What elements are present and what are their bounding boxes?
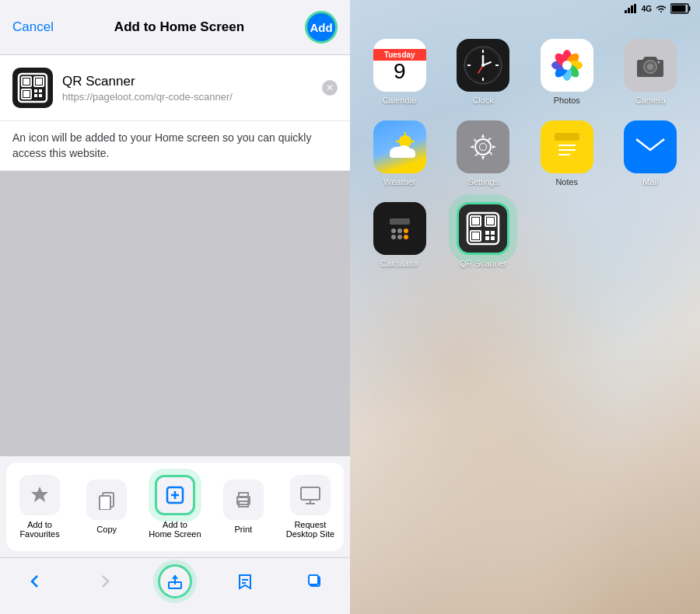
add-home-label: Add toHome Screen: [149, 520, 201, 539]
qr-scanner-app-label: QR Scanner: [460, 259, 507, 268]
network-label: 4G: [642, 5, 652, 13]
qr-scanner-logo-icon: [17, 72, 48, 103]
svg-point-84: [404, 235, 408, 239]
svg-point-70: [480, 144, 486, 150]
desktop-site-icon: [290, 475, 331, 515]
print-icon: [223, 480, 264, 520]
svg-point-59: [658, 61, 660, 64]
favourites-icon: [19, 475, 60, 515]
svg-marker-11: [31, 487, 48, 502]
camera-app-label: Camera: [635, 96, 666, 105]
calculator-icon: [373, 202, 426, 255]
copy-icon: [86, 480, 127, 520]
app-icon-qr: [12, 68, 53, 108]
svg-rect-32: [631, 5, 633, 13]
svg-rect-7: [34, 89, 37, 92]
calculator-app[interactable]: Calculator: [366, 202, 434, 268]
share-actions-row: Add toFavourites Copy: [6, 462, 344, 551]
svg-rect-89: [487, 218, 494, 225]
share-actions-sheet: Add toFavourites Copy: [0, 456, 350, 614]
settings-app-label: Settings: [467, 177, 499, 187]
share-sheet-title: Add to Home Screen: [114, 19, 244, 35]
svg-rect-6: [23, 91, 30, 97]
camera-app[interactable]: Camera: [617, 39, 685, 105]
cancel-button[interactable]: Cancel: [12, 19, 54, 35]
favourites-label: Add toFavourites: [19, 520, 59, 539]
svg-rect-2: [23, 78, 30, 85]
svg-rect-72: [555, 133, 579, 141]
weather-icon: [373, 120, 426, 173]
svg-rect-93: [491, 231, 495, 235]
svg-rect-21: [301, 487, 320, 500]
svg-point-80: [397, 229, 402, 233]
svg-point-79: [391, 229, 396, 233]
safari-toolbar: [0, 557, 350, 614]
svg-point-82: [391, 235, 396, 239]
clock-icon: [457, 39, 509, 92]
svg-rect-92: [485, 231, 489, 235]
calendar-app[interactable]: Tuesday 9 Calendar: [366, 39, 434, 105]
svg-rect-18: [239, 493, 248, 497]
svg-rect-95: [491, 236, 495, 240]
app-url: https://pageloot.com/qr-code-scanner/: [62, 91, 313, 103]
calendar-app-label: Calendar: [382, 96, 417, 105]
svg-rect-68: [390, 152, 415, 158]
notes-icon: [541, 120, 593, 173]
wifi-icon: [655, 4, 667, 13]
svg-point-83: [397, 235, 402, 239]
calendar-icon: Tuesday 9: [373, 39, 426, 92]
qr-scanner-app[interactable]: QR Scanner: [450, 202, 518, 268]
share-icon: [166, 573, 184, 590]
weather-app-label: Weather: [383, 177, 415, 187]
app-description: An icon will be added to your Home scree…: [0, 121, 350, 171]
share-sheet-header: Cancel Add to Home Screen Add: [0, 0, 350, 55]
photos-icon: [541, 39, 593, 92]
svg-rect-9: [34, 94, 37, 97]
copy-label: Copy: [96, 525, 117, 534]
mail-icon: [624, 120, 677, 173]
status-bar: 4G: [350, 0, 700, 17]
svg-rect-87: [472, 218, 479, 225]
desktop-site-label: RequestDesktop Site: [286, 520, 334, 539]
print-label: Print: [234, 525, 252, 534]
close-button[interactable]: ✕: [322, 80, 338, 96]
bookmarks-button[interactable]: [228, 564, 262, 598]
print-action[interactable]: Print: [212, 467, 275, 546]
svg-point-81: [404, 229, 408, 233]
settings-icon: [457, 120, 509, 173]
svg-rect-0: [19, 74, 47, 102]
add-home-screen-icon: [155, 475, 195, 515]
clock-app[interactable]: Clock: [450, 39, 518, 105]
share-button[interactable]: [158, 564, 192, 598]
mail-app[interactable]: Mail: [617, 120, 685, 187]
app-info-text: QR Scanner https://pageloot.com/qr-code-…: [62, 74, 313, 103]
copy-action[interactable]: Copy: [75, 467, 138, 546]
forward-button[interactable]: [88, 564, 122, 598]
mail-app-label: Mail: [642, 177, 658, 187]
clock-app-label: Clock: [472, 96, 494, 105]
photos-app[interactable]: Photos: [533, 39, 601, 105]
iphone-home-screen: 4G Tuesday 9 Calendar: [350, 0, 700, 614]
svg-point-20: [248, 499, 250, 501]
app-grid: Tuesday 9 Calendar: [350, 31, 700, 276]
battery-icon: [670, 3, 691, 14]
tabs-button[interactable]: [298, 564, 332, 598]
notes-app[interactable]: Notes: [533, 120, 601, 187]
add-button[interactable]: Add: [305, 11, 338, 44]
svg-rect-35: [689, 6, 691, 11]
svg-rect-8: [39, 89, 42, 92]
svg-rect-91: [472, 232, 479, 239]
svg-rect-4: [36, 78, 42, 85]
svg-rect-29: [309, 575, 318, 584]
svg-rect-78: [390, 218, 410, 225]
safari-share-panel: Cancel Add to Home Screen Add QR Scanner: [0, 0, 350, 614]
weather-app[interactable]: Weather: [366, 120, 434, 187]
desktop-site-action[interactable]: RequestDesktop Site: [279, 462, 341, 551]
svg-rect-36: [672, 5, 686, 12]
back-button[interactable]: [18, 564, 52, 598]
svg-point-58: [647, 64, 653, 70]
add-home-screen-action[interactable]: Add toHome Screen: [142, 462, 207, 551]
add-favourites-action[interactable]: Add toFavourites: [9, 462, 71, 551]
svg-rect-31: [628, 8, 630, 13]
settings-app[interactable]: Settings: [450, 120, 518, 187]
